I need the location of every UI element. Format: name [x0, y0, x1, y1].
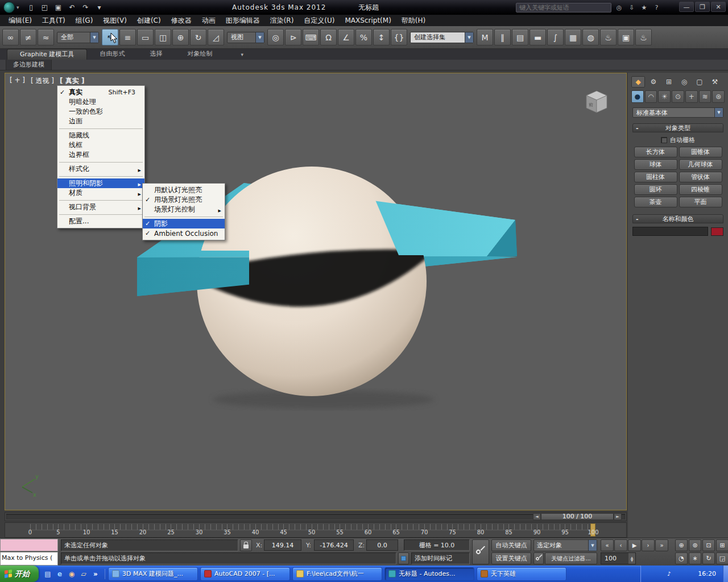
ctx-materials[interactable]: 材质: [57, 188, 144, 198]
folders-button[interactable]: ▱: [78, 569, 89, 579]
edit-named-selections-button[interactable]: {}: [391, 29, 407, 45]
ribbon-toggle-button[interactable]: ▬: [530, 29, 546, 45]
key-filters-key-button[interactable]: [533, 552, 544, 564]
ctx-hidden-line[interactable]: 隐藏线: [57, 131, 144, 140]
menu-customize[interactable]: 自定义(U): [299, 15, 340, 26]
ctx-consistent-colors[interactable]: 一致的色彩: [57, 107, 144, 117]
favorites-icon[interactable]: ★: [639, 2, 650, 13]
ctx-stylized[interactable]: 样式化: [57, 164, 144, 174]
btn-teapot[interactable]: 茶壶: [634, 197, 677, 207]
sub-scene-light-control[interactable]: 场景灯光控制: [143, 205, 225, 214]
maxscript-listener-field[interactable]: Max to Physics (: [0, 552, 58, 566]
sub-ambient-occlusion[interactable]: Ambient Occlusion: [143, 228, 225, 238]
previous-frame-button[interactable]: ‹: [614, 539, 627, 551]
sub-scene-lights[interactable]: 用场景灯光照亮: [143, 195, 225, 205]
viewport-shading-menu[interactable]: [ 真实 ]: [60, 76, 84, 86]
menu-animation[interactable]: 动画: [197, 15, 221, 26]
language-bar[interactable]: [723, 566, 728, 582]
menu-graph-editors[interactable]: 图形编辑器: [221, 15, 265, 26]
ribbon-config-button[interactable]: ▾: [241, 49, 243, 60]
cat-systems[interactable]: ⊛: [712, 90, 725, 103]
autogrid-checkbox[interactable]: [661, 137, 667, 143]
btn-geosphere[interactable]: 几何球体: [679, 159, 722, 170]
select-and-scale-button[interactable]: ◿: [208, 29, 224, 45]
undo-icon[interactable]: ↶: [66, 2, 78, 13]
cat-lights[interactable]: ☀: [658, 90, 671, 103]
messenger-tray-icon[interactable]: [684, 570, 692, 578]
set-key-mode-button[interactable]: [472, 539, 489, 564]
menu-views[interactable]: 视图(V): [98, 15, 132, 26]
macro-recorder-field[interactable]: [0, 539, 58, 551]
previous-frame-arrow[interactable]: ◄: [533, 513, 541, 520]
y-coordinate-field[interactable]: -176.424: [314, 539, 354, 551]
tab-freeform[interactable]: 自由形式: [87, 49, 137, 60]
btn-cylinder[interactable]: 圆柱体: [634, 172, 677, 182]
mirror-button[interactable]: M: [477, 29, 493, 45]
minimize-button[interactable]: —: [679, 2, 694, 12]
auto-key-button[interactable]: 自动关键点: [491, 539, 531, 551]
named-selection-dropdown[interactable]: 创建选择集 ▼: [410, 32, 474, 43]
ctx-bounding-box[interactable]: 边界框: [57, 150, 144, 160]
tab-object-paint[interactable]: 对象绘制: [175, 49, 225, 60]
cat-space-warps[interactable]: ≋: [699, 90, 712, 103]
btn-tube[interactable]: 管状体: [679, 172, 722, 182]
select-by-name-button[interactable]: ≡: [119, 29, 136, 45]
cat-cameras[interactable]: ⊙: [672, 90, 684, 103]
task-autocad[interactable]: AutoCAD 2007 - [...: [200, 567, 290, 581]
btn-sphere[interactable]: 球体: [634, 159, 677, 170]
select-and-manipulate-button[interactable]: ⊳: [285, 29, 301, 45]
ctx-viewport-background[interactable]: 视口背景: [57, 202, 144, 212]
zoom-button[interactable]: ⊕: [675, 539, 688, 551]
close-button[interactable]: ✕: [711, 2, 726, 12]
communication-center-icon[interactable]: ⇩: [626, 2, 637, 13]
next-frame-button[interactable]: ›: [642, 539, 655, 551]
rollout-object-type[interactable]: - 对象类型: [632, 123, 723, 132]
task-3dmax-doc[interactable]: 3D MAX 建模问题_...: [108, 567, 198, 581]
unlink-selection-button[interactable]: ≠: [20, 29, 36, 45]
add-time-tag-field[interactable]: 添加时间标记: [411, 552, 470, 564]
menu-rendering[interactable]: 渲染(R): [265, 15, 299, 26]
start-button[interactable]: 开始: [0, 566, 39, 582]
z-coordinate-field[interactable]: 0.0: [366, 539, 398, 551]
arc-rotate-button[interactable]: ↻: [702, 552, 715, 564]
object-name-input[interactable]: [632, 227, 708, 236]
percent-snap-button[interactable]: %: [355, 29, 372, 45]
show-desktop-button[interactable]: ▤: [43, 569, 53, 579]
align-button[interactable]: ∥: [494, 29, 511, 45]
object-color-swatch[interactable]: [711, 227, 723, 236]
menu-help[interactable]: 帮助(H): [396, 15, 431, 26]
maximize-button[interactable]: ❐: [695, 2, 710, 12]
tab-create[interactable]: ◆: [631, 76, 645, 88]
window-crossing-button[interactable]: ◫: [155, 29, 171, 45]
viewcube[interactable]: 前: [582, 88, 611, 117]
btn-cone[interactable]: 圆锥体: [679, 147, 722, 157]
cat-helpers[interactable]: +: [685, 90, 698, 103]
antivirus-tray-icon[interactable]: [646, 570, 653, 578]
menu-tools[interactable]: 工具(T): [37, 15, 71, 26]
media-player-button[interactable]: ◉: [67, 569, 77, 579]
angle-snap-button[interactable]: ∠: [338, 29, 354, 45]
rollout-name-color[interactable]: - 名称和颜色: [632, 214, 723, 223]
selection-filter-dropdown[interactable]: 全部 ▼: [57, 32, 99, 43]
play-button[interactable]: ▶: [628, 539, 641, 551]
application-menu-button[interactable]: ▾: [0, 0, 23, 15]
keyboard-override-button[interactable]: ⌨: [303, 29, 319, 45]
tab-graphite-modeling[interactable]: Graphite 建模工具: [7, 49, 87, 60]
menu-edit[interactable]: 编辑(E): [3, 15, 37, 26]
ctx-wireframe[interactable]: 线框: [57, 140, 144, 150]
cat-geometry[interactable]: ●: [631, 90, 644, 103]
zoom-all-button[interactable]: ⊛: [689, 539, 701, 551]
new-scene-icon[interactable]: ▯: [25, 2, 38, 13]
render-production-button[interactable]: ♨: [635, 29, 652, 45]
spinner-snap-button[interactable]: ↕: [373, 29, 390, 45]
next-frame-arrow[interactable]: ►: [614, 513, 622, 520]
set-key-button[interactable]: 设置关键点: [491, 552, 531, 564]
rendered-frame-button[interactable]: ▣: [618, 29, 634, 45]
tab-selection[interactable]: 选择: [137, 49, 175, 60]
menu-modifiers[interactable]: 修改器: [166, 15, 197, 26]
viewport-general-menu[interactable]: [ + ]: [10, 76, 25, 86]
cat-shapes[interactable]: ◠: [645, 90, 657, 103]
ctx-lighting-shadows[interactable]: 照明和阴影: [57, 178, 144, 188]
spinner-arrows-icon[interactable]: ▲▼: [628, 553, 635, 564]
use-center-button[interactable]: ◎: [267, 29, 284, 45]
